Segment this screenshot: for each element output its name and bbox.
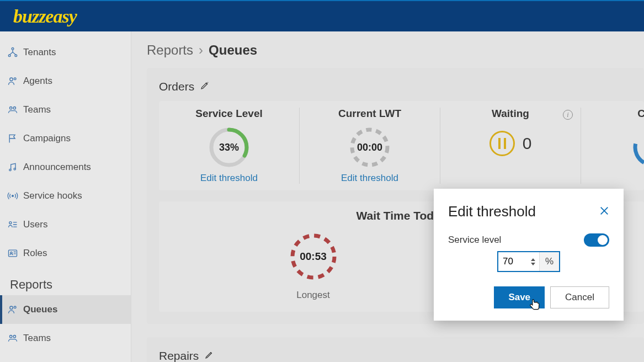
sidebar-item-label: Announcements <box>23 162 91 173</box>
stat-title: Co <box>604 108 644 120</box>
sidebar-item-label: Campaigns <box>23 133 71 144</box>
edit-threshold-link[interactable]: Edit threshold <box>341 173 398 184</box>
svg-point-16 <box>13 336 15 338</box>
stat-title: Waiting <box>492 108 529 120</box>
svg-point-10 <box>9 222 12 224</box>
sidebar-item-report-teams[interactable]: Teams <box>0 324 131 353</box>
network-icon <box>7 46 19 58</box>
svg-point-13 <box>10 306 13 309</box>
svg-point-15 <box>10 336 12 338</box>
sidebar-item-teams[interactable]: Teams <box>0 95 131 124</box>
id-card-icon <box>7 247 19 259</box>
queue-panel-repairs: Repairs <box>147 337 644 362</box>
svg-point-5 <box>10 107 12 109</box>
sidebar-item-label: Users <box>23 219 47 230</box>
stat-card-row: Service Level 33% Edit threshold Curren <box>159 101 644 190</box>
edit-threshold-modal: Edit threshold Service level % Save Canc… <box>434 189 624 321</box>
number-stepper[interactable] <box>529 252 537 271</box>
svg-point-8 <box>14 168 15 170</box>
dashed-ring: 00:00 <box>348 125 392 169</box>
person-icon <box>7 75 19 87</box>
people-icon <box>7 104 19 116</box>
sidebar: Tenants Agents Teams Campaigns Announcem… <box>0 31 131 362</box>
music-icon <box>7 161 19 173</box>
threshold-input[interactable] <box>498 252 529 271</box>
edit-icon[interactable] <box>204 349 214 362</box>
svg-point-20 <box>631 125 644 169</box>
queue-title-label: Orders <box>159 80 194 93</box>
stat-sublabel: Longest <box>296 290 330 301</box>
sidebar-item-service-hooks[interactable]: Service hooks <box>0 182 131 210</box>
stat-value: 00:53 <box>300 251 327 263</box>
stat-title: Current LWT <box>338 108 401 120</box>
sidebar-item-label: Service hooks <box>23 190 82 201</box>
sidebar-item-announcements[interactable]: Announcements <box>0 153 131 182</box>
svg-point-3 <box>10 78 13 81</box>
sidebar-item-label: Tenants <box>23 47 56 58</box>
sidebar-item-agents[interactable]: Agents <box>0 67 131 95</box>
user-list-icon <box>7 219 19 231</box>
stat-value: 0 <box>523 134 532 153</box>
people-icon <box>7 332 19 344</box>
breadcrumb-current: Queues <box>209 42 257 58</box>
svg-rect-11 <box>9 250 17 257</box>
sidebar-item-roles[interactable]: Roles <box>0 239 131 268</box>
info-icon[interactable]: i <box>563 110 573 120</box>
sidebar-item-label: Teams <box>23 104 51 115</box>
progress-ring <box>631 125 644 169</box>
edit-threshold-link[interactable]: Edit threshold <box>200 173 258 184</box>
broadcast-icon <box>7 190 19 202</box>
stat-value: 00:00 <box>357 142 382 153</box>
stat-card-waiting: i Waiting 0 Edit threshold <box>440 108 581 184</box>
stat-title: Service Level <box>195 108 262 120</box>
svg-point-14 <box>14 306 16 308</box>
dashed-ring: 00:53 <box>287 230 340 283</box>
cancel-button[interactable]: Cancel <box>550 286 609 308</box>
sidebar-item-queues[interactable]: Queues <box>0 295 131 324</box>
brand-logo: buzzeasy <box>13 6 77 27</box>
stat-card-current-lwt: Current LWT 00:00 Edit threshold <box>300 108 440 184</box>
breadcrumb: Reports › Queues <box>131 31 644 68</box>
sidebar-item-label: Roles <box>23 248 47 259</box>
svg-point-4 <box>14 78 16 80</box>
sidebar-item-users[interactable]: Users <box>0 210 131 239</box>
svg-point-0 <box>12 48 14 50</box>
sidebar-item-tenants[interactable]: Tenants <box>0 38 131 67</box>
queue-title-label: Repairs <box>159 349 199 362</box>
stat-card-partial: Co <box>581 108 644 184</box>
svg-point-6 <box>13 107 15 109</box>
top-bar: buzzeasy <box>0 0 644 31</box>
pause-icon <box>489 131 515 156</box>
breadcrumb-parent[interactable]: Reports <box>147 42 193 58</box>
progress-ring: 33% <box>207 125 251 169</box>
modal-title: Edit threshold <box>448 203 536 220</box>
svg-point-7 <box>9 169 11 171</box>
person-icon <box>7 304 19 316</box>
sidebar-item-label: Queues <box>23 304 57 315</box>
svg-point-2 <box>15 55 17 57</box>
svg-point-1 <box>8 55 10 57</box>
queue-title: Repairs <box>159 349 644 362</box>
edit-icon[interactable] <box>200 80 210 93</box>
save-button[interactable]: Save <box>494 286 545 308</box>
sidebar-item-label: Teams <box>23 333 51 344</box>
stat-value: 33% <box>219 142 239 153</box>
queue-title: Orders <box>159 80 644 93</box>
sidebar-section-reports: Reports <box>0 268 131 295</box>
sidebar-item-label: Agents <box>23 76 52 87</box>
svg-point-9 <box>12 195 14 197</box>
threshold-input-group: % <box>497 251 560 272</box>
sidebar-item-campaigns[interactable]: Campaigns <box>0 124 131 153</box>
chevron-right-icon: › <box>199 42 203 58</box>
service-level-toggle[interactable] <box>584 233 609 247</box>
stat-card-service-level: Service Level 33% Edit threshold <box>159 108 300 184</box>
field-label-service-level: Service level <box>448 235 501 246</box>
input-suffix: % <box>539 252 559 271</box>
flag-icon <box>7 132 19 145</box>
close-icon[interactable] <box>599 206 609 218</box>
